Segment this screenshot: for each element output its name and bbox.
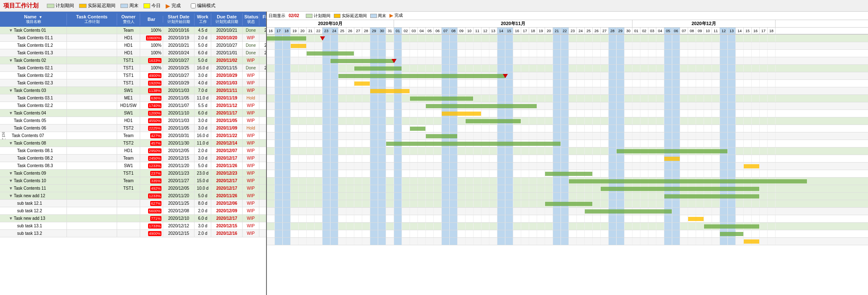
gantt-day-cell	[593, 50, 601, 57]
day-cell: 18	[768, 28, 776, 34]
table-row[interactable]: ▼Task Contents 11TST1492%2020/12/0510.0 …	[0, 185, 266, 192]
table-row[interactable]: Task Contents 06TST22225%2020/11/053.0 d…	[0, 125, 266, 132]
gantt-day-cell	[656, 230, 664, 237]
table-row[interactable]: ▼Task Contents 03SW11138%2020/11/037.0 d…	[0, 87, 266, 94]
gantt-day-cell	[323, 223, 330, 230]
gantt-day-cell	[370, 35, 378, 42]
table-row[interactable]: Task Contents 02.2HD1/SW1740%2020/11/075…	[0, 102, 266, 109]
gantt-day-cell	[410, 155, 418, 162]
gantt-day-cell	[505, 163, 513, 170]
table-row[interactable]: ▼Task Contents 08TST2457%2020/11/3011.0 …	[0, 140, 266, 147]
expand-icon[interactable]: ▼	[9, 141, 13, 145]
gantt-day-cell	[402, 185, 410, 192]
cell-owner: HD1	[117, 117, 140, 124]
gantt-day-cell	[561, 148, 569, 155]
expand-icon[interactable]: ▼	[9, 193, 13, 198]
gantt-day-cell	[529, 170, 537, 177]
gantt-day-cell	[489, 148, 497, 155]
gantt-day-cell	[712, 163, 720, 170]
table-row[interactable]: Task Contents 03.1ME1636%2020/11/0511.0 …	[0, 94, 266, 102]
gantt-day-cell	[402, 102, 410, 109]
gantt-day-cell	[410, 163, 418, 170]
expand-icon[interactable]: ▼	[9, 58, 13, 63]
gantt-day-cell	[617, 57, 625, 64]
gantt-day-cell	[442, 208, 450, 215]
status-badge: Done	[246, 28, 256, 33]
table-row[interactable]: sub task 13.24900%2020/12/152.0 d2020/12…	[0, 230, 266, 237]
gantt-day-cell	[481, 110, 489, 117]
gantt-day-cell	[299, 230, 307, 237]
gantt-day-cell	[505, 223, 513, 230]
table-row[interactable]: Task Contents 02.3TST11920%2020/10/294.0…	[0, 79, 266, 87]
gantt-day-cell	[434, 223, 442, 230]
table-row[interactable]: sub task 12.1627%2020/11/258.0 d2020/12/…	[0, 200, 266, 207]
expand-icon[interactable]: ▼	[9, 88, 13, 93]
expand-icon[interactable]: ▼	[9, 28, 13, 33]
table-row[interactable]: Task Contents 02.2TST14900%2020/10/273.0…	[0, 72, 266, 79]
table-row[interactable]: ▼Task new add 121233%2020/11/205.0 d2020…	[0, 192, 266, 200]
table-row[interactable]: ▼Task Contents 04SW11200%2020/11/106.0 d…	[0, 109, 266, 117]
gantt-day-cell	[378, 50, 386, 57]
table-row[interactable]: Project ZeroTask Contents 07Team427%2020…	[0, 132, 266, 140]
expand-icon[interactable]: ▼	[9, 171, 13, 175]
cell-status: Done	[243, 64, 259, 71]
day-cell: 01	[632, 28, 640, 34]
gantt-day-cell	[593, 155, 601, 162]
status-badge: WIP	[247, 231, 255, 236]
task-name: Task Contents 07	[12, 133, 44, 138]
expand-icon[interactable]: ▼	[9, 111, 13, 115]
table-row[interactable]: sub task 12.25600%2020/12/082.0 d2020/12…	[0, 207, 266, 215]
gantt-row	[267, 193, 868, 200]
gantt-day-cell	[640, 65, 648, 72]
gantt-day-cell	[561, 208, 569, 215]
table-row[interactable]: Task Contents 08.2Team2450%2020/12/153.0…	[0, 155, 266, 162]
table-row[interactable]: ▼Task new add 13771%2020/12/106.0 d2020/…	[0, 215, 266, 222]
table-row[interactable]: Task Contents 01.2HD1100%2020/10/215.0 d…	[0, 42, 266, 49]
edit-mode-toggle[interactable]: 编辑模式	[191, 3, 215, 9]
day-cell: 07	[680, 28, 688, 34]
gantt-day-cell	[466, 155, 474, 162]
table-row[interactable]: Task Contents 08.3SW11233%2020/11/205.0 …	[0, 162, 266, 170]
table-row[interactable]: ▼Task Contents 09TST1237%2020/11/2323.0 …	[0, 170, 266, 177]
gantt-day-cell	[744, 170, 752, 177]
day-cell: 27	[354, 28, 362, 34]
cell-name: Task Contents 02.3	[0, 79, 67, 86]
gantt-day-cell	[609, 57, 617, 64]
gantt-day-cell	[712, 215, 720, 222]
expand-icon[interactable]: ▼	[9, 186, 13, 191]
gantt-day-cell	[315, 42, 323, 49]
gantt-day-cell	[664, 170, 672, 177]
gantt-day-cell	[736, 238, 744, 245]
expand-icon[interactable]: ▼	[9, 178, 13, 183]
status-badge: WIP	[247, 186, 255, 191]
gantt-day-cell	[323, 95, 330, 102]
table-row[interactable]: ▼Task Contents 10Team335%2020/11/2715.0 …	[0, 177, 266, 185]
toolbar: 项目工作计划 计划期间 实际延迟期间 周末 今日 ▶ 完成 编辑模式	[0, 0, 868, 12]
table-row[interactable]: Task Contents 02.1TST1100%2020/10/2516.0…	[0, 64, 266, 72]
table-row[interactable]: Task Contents 01.1HD110600%2020/10/192.0…	[0, 34, 266, 42]
gantt-day-cell	[354, 125, 362, 132]
gantt-day-cell	[569, 72, 577, 79]
table-row[interactable]: Task Contents 08.1HD12950%2020/12/052.0 …	[0, 147, 266, 155]
gantt-day-cell	[450, 223, 458, 230]
cell-owner: SW1	[117, 162, 140, 169]
table-row[interactable]: Task Contents 01.3HD1100%2020/10/246.0 d…	[0, 49, 266, 57]
gantt-day-cell	[275, 95, 283, 102]
gantt-day-cell	[513, 87, 521, 94]
table-row[interactable]: ▼Task Contents 02TST11633%2020/10/275.0 …	[0, 57, 266, 64]
gantt-day-cell	[275, 238, 283, 245]
expand-icon[interactable]: ▼	[9, 216, 13, 221]
table-row[interactable]: Task Contents 05HD14550%2020/11/033.0 d2…	[0, 117, 266, 125]
gantt-day-cell	[474, 95, 481, 102]
gantt-date-controls: 日期显示 02/02 计划期间 实际延迟期间 周末 ▶ 完成	[267, 12, 868, 20]
gantt-day-cell	[664, 125, 672, 132]
day-cell: 03	[648, 28, 656, 34]
edit-mode-checkbox[interactable]	[191, 3, 196, 8]
gantt-day-cell	[625, 65, 632, 72]
gantt-day-cell	[688, 102, 696, 109]
table-row[interactable]: ▼Task Contents 01Team100%2020/10/164.5 d…	[0, 27, 266, 34]
table-row[interactable]: sub task 13.11733%2020/12/123.0 d2020/12…	[0, 222, 266, 230]
gantt-day-cell	[402, 35, 410, 42]
gantt-day-cell	[267, 57, 275, 64]
gantt-day-cell	[474, 178, 481, 185]
